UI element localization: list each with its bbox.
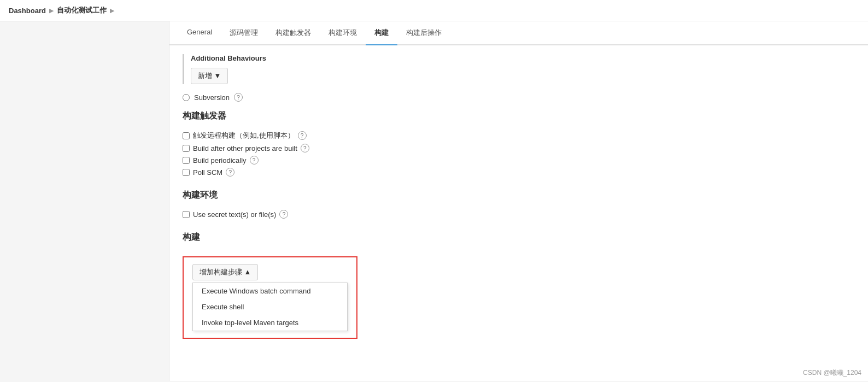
config-panel: General 源码管理 构建触发器 构建环境 构建 构建后操作 Additio… (169, 21, 868, 381)
build-env-title: 构建环境 (183, 190, 855, 203)
dropdown-item-2[interactable]: Invoke top-level Maven targets (193, 315, 347, 331)
tab-trigger[interactable]: 构建触发器 (267, 21, 320, 45)
dropdown-item-0[interactable]: Execute Windows batch command (193, 283, 347, 299)
breadcrumb-dashboard[interactable]: Dashboard (9, 7, 46, 15)
trigger-checkbox-row-2: Build periodically ? (183, 156, 855, 164)
trigger-help-0[interactable]: ? (298, 131, 307, 140)
trigger-checkbox-row-1: Build after other projects are built ? (183, 144, 855, 152)
tab-source[interactable]: 源码管理 (221, 21, 267, 45)
build-section: 构建 增加构建步骤 ▲ Execute Windows batch comman… (183, 232, 855, 339)
trigger-checkbox-2[interactable] (183, 157, 190, 164)
trigger-checkbox-row-0: 触发远程构建（例如,使用脚本） ? (183, 131, 855, 140)
env-checkbox-row-0: Use secret text(s) or file(s) ? (183, 210, 855, 219)
subversion-row: Subversion ? (183, 93, 855, 102)
trigger-checkbox-0[interactable] (183, 132, 190, 139)
watermark: CSDN @曦曦_1204 (803, 368, 861, 378)
trigger-label-1: Build after other projects are built (193, 144, 297, 152)
subversion-radio[interactable] (183, 94, 190, 101)
breadcrumb-project[interactable]: 自动化测试工作 (57, 5, 107, 15)
add-step-dropdown: Execute Windows batch command Execute sh… (192, 283, 348, 331)
tab-env[interactable]: 构建环境 (320, 21, 366, 45)
env-checkbox-0[interactable] (183, 211, 190, 218)
build-highlight-box: 增加构建步骤 ▲ Execute Windows batch command E… (183, 256, 357, 339)
additional-behaviours-section: Additional Behaviours 新增 ▼ (183, 54, 855, 84)
env-label-0: Use secret text(s) or file(s) (193, 210, 276, 219)
additional-behaviours-title: Additional Behaviours (191, 54, 855, 62)
build-env-section: 构建环境 Use secret text(s) or file(s) ? (183, 190, 855, 219)
new-button[interactable]: 新增 ▼ (191, 68, 228, 84)
trigger-checkbox-1[interactable] (183, 145, 190, 152)
breadcrumb: Dashboard ▶ 自动化测试工作 ▶ (0, 0, 868, 21)
trigger-help-2[interactable]: ? (250, 156, 259, 164)
trigger-label-2: Build periodically (193, 156, 247, 164)
subversion-label: Subversion (194, 93, 230, 102)
breadcrumb-arrow-2: ▶ (110, 7, 114, 14)
tab-post[interactable]: 构建后操作 (397, 21, 450, 45)
build-trigger-title: 构建触发器 (183, 110, 855, 124)
sidebar (0, 21, 169, 381)
dropdown-item-1[interactable]: Execute shell (193, 299, 347, 315)
tabs-bar: General 源码管理 构建触发器 构建环境 构建 构建后操作 (169, 21, 868, 45)
add-build-step-button[interactable]: 增加构建步骤 ▲ (192, 264, 258, 280)
trigger-help-3[interactable]: ? (226, 168, 234, 177)
trigger-checkbox-3[interactable] (183, 169, 190, 176)
build-trigger-section: 构建触发器 触发远程构建（例如,使用脚本） ? Build after othe… (183, 110, 855, 177)
trigger-checkbox-row-3: Poll SCM ? (183, 168, 855, 177)
main-content: General 源码管理 构建触发器 构建环境 构建 构建后操作 Additio… (0, 21, 868, 381)
build-title: 构建 (183, 232, 855, 245)
trigger-label-0: 触发远程构建（例如,使用脚本） (193, 131, 295, 140)
env-help-0[interactable]: ? (279, 210, 288, 219)
breadcrumb-arrow-1: ▶ (49, 7, 54, 14)
tab-general[interactable]: General (178, 21, 221, 45)
subversion-help-icon[interactable]: ? (234, 93, 243, 102)
trigger-help-1[interactable]: ? (301, 144, 309, 152)
trigger-label-3: Poll SCM (193, 168, 222, 177)
content-area: Additional Behaviours 新增 ▼ Subversion ? … (169, 45, 868, 361)
tab-build[interactable]: 构建 (366, 21, 397, 45)
